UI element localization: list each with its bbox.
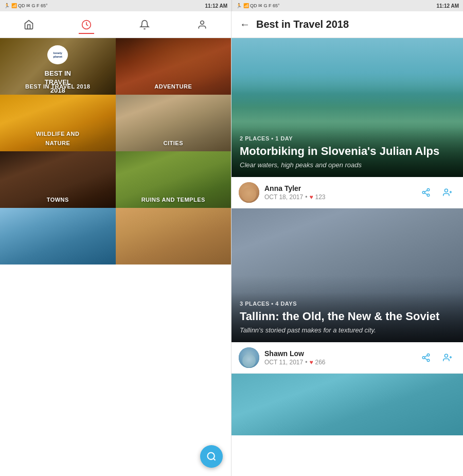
status-time-left: 11:12 AM (205, 3, 227, 9)
like-count-2: 266 (315, 359, 326, 366)
avatar-shawn (239, 347, 259, 368)
right-panel: ← Best in Travel 2018 2 PLACES • 1 DAY M… (232, 11, 463, 476)
status-bar-right: 🏃 📶 QD ✉ G F 65° 11:12 AM (232, 0, 463, 11)
svg-point-9 (444, 189, 448, 192)
author-row-2: Shawn Low OCT 11, 2017 • ♥ 266 (232, 342, 463, 374)
nav-notifications[interactable] (135, 15, 154, 34)
left-nav (0, 11, 231, 38)
add-user-button-2[interactable] (439, 349, 456, 366)
article-subtitle-2: Tallinn's storied past makes for a textu… (240, 326, 455, 334)
left-panel: lonelyplanet BEST INTRAVEL2018 BEST IN T… (0, 11, 232, 476)
nav-history[interactable] (77, 15, 96, 34)
author-actions-2 (418, 349, 456, 366)
grid-label-adventure: ADVENTURE (154, 83, 192, 90)
author-date-1: OCT 18, 2017 (264, 193, 303, 201)
grid-item-cities[interactable]: CITIES (116, 95, 232, 151)
back-button[interactable]: ← (240, 19, 250, 30)
search-fab[interactable] (200, 445, 223, 468)
category-grid: lonelyplanet BEST INTRAVEL2018 BEST IN T… (0, 38, 231, 476)
status-icons-left: 🏃 📶 QD ✉ G F 65° (4, 3, 48, 8)
author-actions-1 (418, 184, 456, 201)
share-button-1[interactable] (418, 184, 434, 201)
svg-point-1 (201, 21, 204, 24)
svg-line-8 (424, 190, 427, 192)
like-count-1: 123 (315, 193, 326, 201)
author-row-1: Anna Tyler OCT 18, 2017 • ♥ 123 (232, 177, 463, 208)
status-bar-left: 🏃 📶 QD ✉ G F 65° 11:12 AM (0, 0, 232, 11)
author-name-2: Shawn Low (264, 349, 413, 358)
grid-label-wildlife: WILDLIFE AND NATURE (36, 131, 79, 146)
article-card-slovenia[interactable]: 2 PLACES • 1 DAY Motorbiking in Slovenia… (232, 38, 463, 177)
svg-line-7 (424, 193, 427, 195)
page-title: Best in Travel 2018 (256, 19, 349, 30)
author-date-2: OCT 11, 2017 (264, 359, 303, 366)
article-text-overlay-2: 3 PLACES • 4 DAYS Tallinn: the Old, the … (232, 292, 463, 342)
grid-label-towns: TOWNS (47, 197, 69, 203)
svg-point-4 (427, 189, 430, 191)
article-title-2: Tallinn: the Old, the New & the Soviet (240, 310, 455, 323)
grid-label-cities: CITIES (164, 140, 183, 146)
svg-point-13 (422, 357, 425, 359)
author-meta-row-1: OCT 18, 2017 • ♥ 123 (264, 193, 413, 201)
right-header: ← Best in Travel 2018 (232, 11, 463, 38)
status-icons-right: 🏃 📶 QD ✉ G F 65° (236, 3, 280, 8)
nav-profile[interactable] (193, 15, 211, 34)
grid-label-ruins: RUINS AND TEMPLES (141, 197, 205, 203)
author-name-1: Anna Tyler (264, 184, 413, 192)
article-card-partial[interactable] (232, 374, 463, 435)
grid-item-ruins[interactable]: RUINS AND TEMPLES (116, 151, 232, 208)
add-user-button-1[interactable] (439, 184, 456, 201)
grid-item-outdoor2[interactable] (116, 208, 232, 265)
author-meta-row-2: OCT 11, 2017 • ♥ 266 (264, 359, 413, 366)
article-title-1: Motorbiking in Slovenia's Julian Alps (240, 145, 455, 158)
article-meta-2: 3 PLACES • 4 DAYS (240, 301, 455, 307)
nav-home[interactable] (20, 15, 38, 34)
svg-point-5 (422, 191, 425, 194)
svg-point-12 (427, 354, 430, 357)
svg-point-6 (427, 194, 430, 197)
article-meta-1: 2 PLACES • 1 DAY (240, 135, 455, 142)
grid-item-outdoor1[interactable] (0, 208, 116, 265)
article-subtitle-1: Clear waters, high peaks and open roads (240, 161, 455, 169)
grid-item-wildlife[interactable]: WILDLIFE AND NATURE (0, 95, 116, 151)
grid-item-best-travel[interactable]: lonelyplanet BEST INTRAVEL2018 BEST IN T… (0, 38, 116, 95)
share-button-2[interactable] (418, 349, 434, 366)
grid-item-adventure[interactable]: ADVENTURE (116, 38, 232, 95)
svg-line-3 (213, 459, 216, 461)
lonely-planet-logo: lonelyplanet (47, 45, 68, 64)
grid-label-best-travel: BEST IN TRAVEL 2018 (25, 83, 90, 90)
author-info-2: Shawn Low OCT 11, 2017 • ♥ 266 (264, 349, 413, 366)
author-info-1: Anna Tyler OCT 18, 2017 • ♥ 123 (264, 184, 413, 201)
article-text-overlay-1: 2 PLACES • 1 DAY Motorbiking in Slovenia… (232, 127, 463, 177)
grid-item-towns[interactable]: TOWNS (0, 151, 116, 208)
avatar-anna (239, 182, 259, 203)
article-card-tallinn[interactable]: 3 PLACES • 4 DAYS Tallinn: the Old, the … (232, 208, 463, 342)
svg-point-14 (427, 359, 430, 362)
svg-point-17 (444, 354, 448, 357)
svg-line-16 (424, 356, 427, 357)
status-time-right: 11:12 AM (436, 3, 459, 9)
heart-icon-1: ♥ (309, 193, 313, 201)
svg-line-15 (424, 358, 427, 360)
heart-icon-2: ♥ (309, 359, 313, 366)
svg-point-2 (208, 453, 215, 460)
